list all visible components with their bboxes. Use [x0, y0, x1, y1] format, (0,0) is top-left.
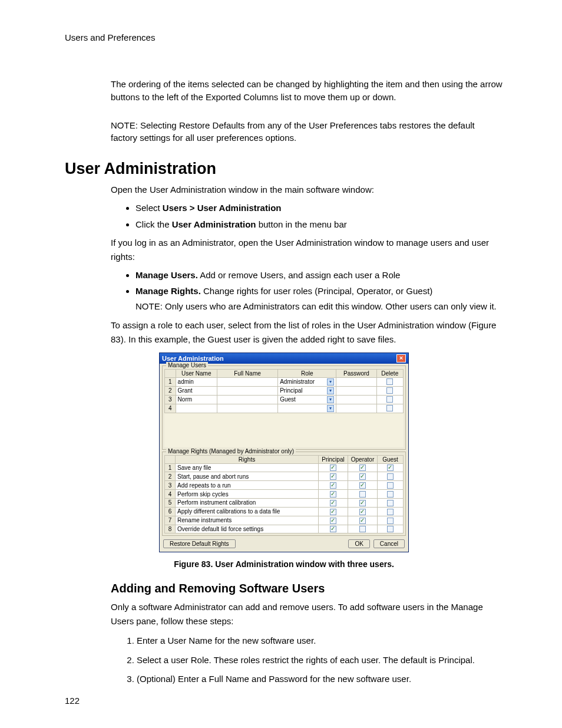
paragraph-note-restore: NOTE: Selecting Restore Defaults from an… — [111, 119, 503, 145]
chevron-down-icon[interactable]: ▾ — [327, 378, 334, 386]
role-value: Principal — [280, 387, 302, 394]
cell-principal[interactable] — [319, 490, 348, 499]
checkbox[interactable] — [359, 509, 366, 515]
cell-right: Rename instruments — [176, 516, 319, 525]
cell-right: Add repeats to a run — [176, 481, 319, 490]
cell-guest[interactable] — [378, 507, 404, 516]
cell-right: Override default lid force settings — [176, 525, 319, 533]
checkbox[interactable] — [387, 500, 394, 506]
chevron-down-icon[interactable]: ▾ — [327, 387, 334, 394]
cell-username[interactable]: Grant — [176, 386, 217, 395]
checkbox[interactable] — [330, 526, 336, 532]
checkbox[interactable] — [359, 482, 366, 489]
cell-password[interactable] — [336, 404, 376, 413]
cell-operator[interactable] — [348, 498, 378, 507]
window-title: User Administration — [162, 355, 224, 362]
checkbox[interactable] — [330, 518, 336, 524]
cell-delete[interactable] — [376, 395, 403, 404]
cell-operator[interactable] — [348, 525, 378, 533]
cell-delete[interactable] — [376, 404, 403, 413]
cell-principal[interactable] — [319, 507, 348, 516]
checkbox[interactable] — [387, 518, 394, 524]
figure-caption: Figure 83. User Administration window wi… — [65, 559, 503, 569]
window-user-administration: User Administration × Manage Users User … — [159, 353, 409, 553]
restore-default-rights-button[interactable]: Restore Default Rights — [163, 539, 236, 548]
checkbox[interactable] — [330, 491, 336, 498]
cell-username[interactable] — [176, 404, 217, 413]
cell-username[interactable]: admin — [176, 377, 217, 386]
cell-principal[interactable] — [319, 516, 348, 525]
cell-operator[interactable] — [348, 490, 378, 499]
cell-password[interactable] — [336, 386, 376, 395]
checkbox[interactable] — [359, 465, 366, 471]
paragraph-only-admin: Only a software Administrator can add an… — [111, 600, 503, 628]
checkbox[interactable] — [386, 378, 393, 385]
cell-role[interactable]: Administrator▾ — [278, 377, 336, 386]
cell-fullname[interactable] — [217, 377, 277, 386]
cell-operator[interactable] — [348, 472, 378, 481]
checkbox[interactable] — [330, 465, 336, 471]
cell-guest[interactable] — [378, 498, 404, 507]
checkbox[interactable] — [359, 518, 366, 524]
cell-right: Perform instrument calibration — [176, 498, 319, 507]
text: button in the menu bar — [256, 219, 347, 229]
table-row: 6Apply different calibrations to a data … — [165, 507, 404, 516]
col-header-password: Password — [336, 369, 376, 377]
cell-guest[interactable] — [378, 516, 404, 525]
checkbox[interactable] — [387, 482, 394, 489]
cell-operator[interactable] — [348, 463, 378, 472]
checkbox[interactable] — [387, 526, 394, 532]
checkbox[interactable] — [386, 387, 393, 394]
cell-guest[interactable] — [378, 463, 404, 472]
cell-fullname[interactable] — [217, 404, 277, 413]
checkbox[interactable] — [387, 491, 394, 498]
cell-operator[interactable] — [348, 507, 378, 516]
cell-operator[interactable] — [348, 516, 378, 525]
cell-operator[interactable] — [348, 481, 378, 490]
cell-role[interactable]: Principal▾ — [278, 386, 336, 395]
cell-principal[interactable] — [319, 498, 348, 507]
cell-guest[interactable] — [378, 490, 404, 499]
cell-delete[interactable] — [376, 386, 403, 395]
checkbox[interactable] — [387, 465, 394, 471]
checkbox[interactable] — [359, 500, 366, 506]
checkbox[interactable] — [386, 396, 393, 403]
row-number: 5 — [165, 498, 176, 507]
checkbox[interactable] — [359, 526, 366, 532]
checkbox[interactable] — [330, 509, 336, 515]
cancel-button[interactable]: Cancel — [373, 539, 405, 548]
cell-guest[interactable] — [378, 472, 404, 481]
checkbox[interactable] — [330, 473, 336, 480]
checkbox[interactable] — [387, 473, 394, 480]
row-number: 2 — [165, 386, 176, 395]
ok-button[interactable]: OK — [348, 539, 369, 548]
checkbox[interactable] — [330, 500, 336, 506]
close-icon[interactable]: × — [396, 354, 406, 363]
checkbox[interactable] — [359, 473, 366, 480]
cell-password[interactable] — [336, 377, 376, 386]
checkbox[interactable] — [386, 405, 393, 411]
cell-principal[interactable] — [319, 481, 348, 490]
cell-delete[interactable] — [376, 377, 403, 386]
cell-principal[interactable] — [319, 463, 348, 472]
cell-guest[interactable] — [378, 481, 404, 490]
cell-principal[interactable] — [319, 525, 348, 533]
group-manage-users: Manage Users User Name Full Name Role Pa… — [162, 365, 406, 450]
text: Click the — [135, 219, 172, 229]
row-number: 7 — [165, 516, 176, 525]
text-bold: Manage Users. — [135, 270, 198, 280]
cell-password[interactable] — [336, 395, 376, 404]
checkbox[interactable] — [359, 491, 366, 498]
cell-username[interactable]: Norm — [176, 395, 217, 404]
checkbox[interactable] — [387, 509, 394, 515]
cell-role[interactable]: Guest▾ — [278, 395, 336, 404]
cell-guest[interactable] — [378, 525, 404, 533]
checkbox[interactable] — [330, 482, 336, 489]
chevron-down-icon[interactable]: ▾ — [327, 396, 334, 403]
cell-fullname[interactable] — [217, 386, 277, 395]
cell-principal[interactable] — [319, 472, 348, 481]
text-bold: User Administration — [172, 219, 256, 229]
cell-fullname[interactable] — [217, 395, 277, 404]
chevron-down-icon[interactable]: ▾ — [327, 405, 334, 412]
cell-role[interactable]: ▾ — [278, 404, 336, 413]
